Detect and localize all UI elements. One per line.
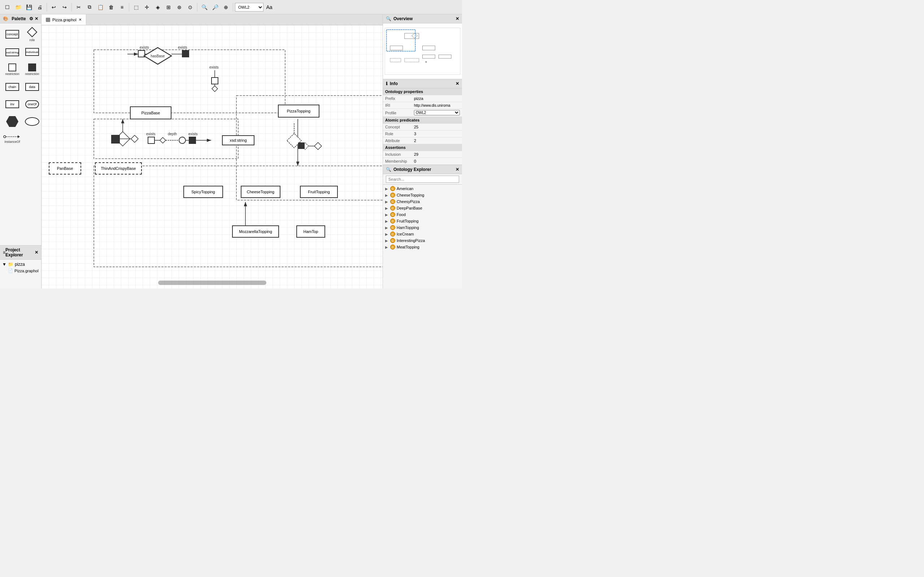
svg-marker-26 bbox=[115, 132, 130, 146]
palette-header-icons: ⚙ ✕ bbox=[29, 16, 38, 21]
copy-button[interactable]: ⧉ bbox=[84, 2, 95, 12]
syntax-check-button[interactable]: Aa bbox=[264, 2, 274, 12]
expand-arrow: ▶ bbox=[385, 239, 389, 243]
focus-button[interactable]: ⊙ bbox=[185, 2, 195, 12]
connect-button[interactable]: ⊛ bbox=[174, 2, 184, 12]
scrollbar-thumb[interactable] bbox=[158, 280, 267, 285]
palette-item-concept[interactable]: concept bbox=[2, 26, 23, 43]
PizzaTopping-label: PizzaTopping bbox=[287, 109, 310, 113]
palette-item-oval[interactable] bbox=[24, 114, 40, 129]
undo-button[interactable]: ↩ bbox=[49, 2, 59, 12]
onto-item-meattopping[interactable]: ▶ C MeatTopping bbox=[384, 244, 461, 250]
info-row-prefix: Prefix pizza bbox=[383, 95, 462, 102]
onto-item-label: IceCream bbox=[397, 232, 414, 236]
onto-item-american[interactable]: ▶ C American bbox=[384, 185, 461, 192]
MozzarellaTopping-node[interactable]: MozzarellaTopping bbox=[232, 226, 279, 238]
paste-button[interactable]: 📋 bbox=[95, 2, 105, 12]
info-close-icon[interactable]: ✕ bbox=[456, 81, 459, 86]
SpicyTopping-node[interactable]: SpicyTopping bbox=[183, 186, 223, 198]
new-button[interactable]: ☐ bbox=[2, 2, 12, 12]
palette-item-restriction-white[interactable]: restriction bbox=[2, 62, 23, 77]
open-button[interactable]: 📁 bbox=[13, 2, 23, 12]
concept-circle: C bbox=[390, 238, 395, 243]
folder-expand-icon: ▼ bbox=[2, 262, 6, 267]
palette-item-data[interactable]: data bbox=[24, 79, 40, 95]
concept-circle: C bbox=[390, 212, 395, 217]
onto-item-food[interactable]: ▶ C Food bbox=[384, 211, 461, 218]
ThinAndCrispyBase-node[interactable]: ThinAndCrispyBase bbox=[95, 162, 142, 174]
xsd-string-node[interactable]: xsd:string bbox=[222, 135, 254, 145]
overview-close-icon[interactable]: ✕ bbox=[456, 16, 459, 21]
FruitTopping-node[interactable]: FruitTopping bbox=[300, 186, 338, 198]
tab-pizza[interactable]: Pizza.graphol ✕ bbox=[42, 15, 86, 25]
move-button[interactable]: ✛ bbox=[142, 2, 152, 12]
PizzaBase-node[interactable]: PizzaBase bbox=[130, 106, 171, 119]
tab-close-icon[interactable]: ✕ bbox=[79, 18, 82, 22]
palette-item-oneOf[interactable]: oneOf bbox=[24, 96, 40, 112]
props-button[interactable]: ≡ bbox=[117, 2, 127, 12]
palette-panel: 🎨 Palette ⚙ ✕ concept bbox=[0, 15, 42, 245]
onto-item-fruittopping[interactable]: ▶ C FruitTopping bbox=[384, 218, 461, 224]
onto-item-cheesetopping[interactable]: ▶ C CheeseTopping bbox=[384, 192, 461, 198]
onto-item-hamtopping[interactable]: ▶ C HamTopping bbox=[384, 224, 461, 231]
palette-item-restriction-black[interactable]: restriction bbox=[24, 62, 40, 77]
palette-close-icon[interactable]: ✕ bbox=[35, 16, 38, 21]
cut-button[interactable]: ✂ bbox=[74, 2, 84, 12]
svg-marker-5 bbox=[18, 135, 20, 138]
palette-item-xsd-string[interactable]: xsd:string bbox=[2, 44, 23, 60]
redo-button[interactable]: ↪ bbox=[60, 2, 69, 12]
overview-panel: 🔍 Overview ✕ bbox=[383, 15, 462, 79]
canvas[interactable]: exists exists exists bbox=[42, 25, 383, 288]
oval-shape bbox=[25, 117, 39, 126]
HamTop-node[interactable]: HamTop bbox=[296, 226, 325, 238]
info-row-inclusion: Inclusion 29 bbox=[383, 151, 462, 158]
onto-item-deeppanbase[interactable]: ▶ C DeepPanBase bbox=[384, 205, 461, 211]
palette-item-chain[interactable]: chain bbox=[2, 79, 23, 95]
ontology-explorer-close-icon[interactable]: ✕ bbox=[456, 167, 459, 172]
palette-item-instanceOf[interactable]: instanceOf bbox=[2, 131, 23, 147]
onto-item-cheesypizza[interactable]: ▶ C CheesyPizza bbox=[384, 198, 461, 205]
PizzaTopping-node[interactable]: PizzaTopping bbox=[278, 105, 320, 118]
tree-file-pizza-graphol[interactable]: 📄 Pizza.graphol bbox=[2, 268, 40, 274]
palette-item-inv2[interactable]: inv bbox=[2, 96, 23, 112]
overview-svg bbox=[383, 23, 462, 79]
palette-header: 🎨 Palette ⚙ ✕ bbox=[0, 15, 41, 23]
SpicyTopping-label: SpicyTopping bbox=[191, 190, 215, 194]
onto-item-icecream[interactable]: ▶ C IceCream bbox=[384, 231, 461, 237]
overview-canvas[interactable] bbox=[383, 23, 462, 79]
onto-item-interestingpizza[interactable]: ▶ C InterestingPizza bbox=[384, 237, 461, 244]
zoom-in-button[interactable]: 🔍 bbox=[199, 2, 209, 12]
svg-text:hasBase: hasBase bbox=[151, 54, 165, 58]
palette-item-individual[interactable]: individual bbox=[24, 44, 40, 60]
PanBase-node[interactable]: PanBase bbox=[49, 162, 81, 174]
CheeseTopping-node[interactable]: CheeseTopping bbox=[241, 186, 281, 198]
select-button[interactable]: ⬚ bbox=[131, 2, 141, 12]
palette-item-hexagon[interactable] bbox=[2, 114, 23, 129]
hasBase-diamond[interactable]: hasBase bbox=[143, 47, 172, 65]
profile-select[interactable]: OWL2 bbox=[414, 110, 460, 115]
project-close-icon[interactable]: ✕ bbox=[35, 250, 38, 255]
snap-button[interactable]: ⊞ bbox=[163, 2, 174, 12]
magic-button[interactable]: ◈ bbox=[153, 2, 163, 12]
folder-name: pizza bbox=[15, 262, 25, 267]
delete-button[interactable]: 🗑 bbox=[106, 2, 116, 12]
save-button[interactable]: 💾 bbox=[24, 2, 34, 12]
owl-profile-select[interactable]: OWL2 OWL2 QL OWL2 RL OWL2 EL bbox=[235, 3, 263, 11]
ontology-search-input[interactable] bbox=[386, 176, 459, 183]
ontology-explorer-title: Ontology Explorer bbox=[393, 167, 431, 172]
zoom-out-button[interactable]: 🔎 bbox=[210, 2, 220, 12]
svg-rect-35 bbox=[94, 50, 285, 113]
ThinAndCrispyBase-label: ThinAndCrispyBase bbox=[101, 166, 136, 171]
inv2-shape: inv bbox=[5, 100, 19, 108]
tree-folder-pizza[interactable]: ▼ 📁 pizza bbox=[2, 261, 40, 268]
divider-1 bbox=[47, 3, 47, 11]
palette-item-role[interactable]: role bbox=[24, 26, 40, 43]
expand-arrow: ▶ bbox=[385, 187, 389, 191]
palette-settings-icon[interactable]: ⚙ bbox=[29, 16, 33, 21]
info-panel: ℹ Info ✕ Ontology properties Prefix pizz… bbox=[383, 79, 462, 165]
MozzarellaTopping-label: MozzarellaTopping bbox=[239, 229, 272, 234]
print-button[interactable]: 🖨 bbox=[35, 2, 45, 12]
info-row-role: Role 3 bbox=[383, 131, 462, 137]
zoom-fit-button[interactable]: ⊕ bbox=[221, 2, 231, 12]
attribute-value: 2 bbox=[412, 137, 462, 144]
